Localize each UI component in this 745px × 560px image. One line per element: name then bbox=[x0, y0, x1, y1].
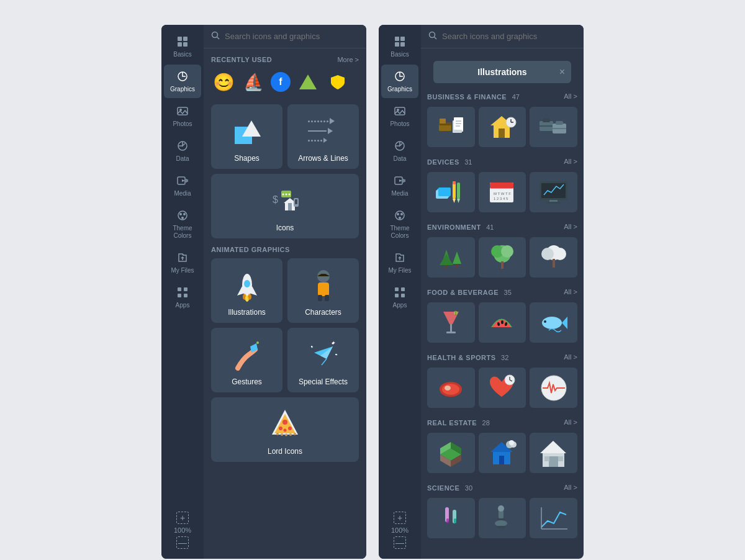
category-thumb-env-0[interactable] bbox=[427, 237, 475, 278]
category-thumb-sci-1[interactable] bbox=[479, 498, 526, 538]
sidebar-item-photos[interactable]: Photos bbox=[164, 99, 201, 133]
right-sidebar-item-photos[interactable]: Photos bbox=[381, 99, 418, 133]
sidebar-item-theme-colors[interactable]: Theme Colors bbox=[164, 204, 201, 245]
categories-scroll: BUSINESS & FINANCE 47 All > bbox=[421, 91, 584, 559]
category-thumb-food-2[interactable] bbox=[530, 302, 577, 343]
sidebar-item-media[interactable]: Media bbox=[164, 169, 201, 202]
category-thumb-bf-0[interactable] bbox=[427, 107, 475, 147]
svg-rect-124 bbox=[456, 264, 458, 268]
right-zoom-level: 100% bbox=[391, 526, 409, 534]
special-effects-icon: ✦ ✦ ✦ bbox=[305, 335, 342, 373]
category-all-re[interactable]: All > bbox=[564, 418, 577, 426]
svg-rect-78 bbox=[395, 294, 399, 297]
sidebar-item-data[interactable]: Data bbox=[164, 134, 201, 168]
category-header-health: HEALTH & SPORTS 32 All > bbox=[427, 351, 577, 363]
category-thumb-sci-2[interactable] bbox=[530, 498, 577, 538]
svg-rect-170 bbox=[454, 518, 456, 523]
category-thumb-sci-0[interactable] bbox=[427, 498, 475, 538]
svg-rect-165 bbox=[544, 456, 549, 461]
svg-text:✦: ✦ bbox=[335, 353, 338, 356]
recently-used-title: RECENTLY USED bbox=[211, 56, 272, 63]
zoom-minus-button[interactable]: — bbox=[176, 536, 189, 549]
category-health-sports: HEALTH & SPORTS 32 All > bbox=[421, 351, 584, 408]
recent-item-boat[interactable]: ⛵ bbox=[241, 70, 266, 94]
photos-icon-r bbox=[393, 104, 407, 118]
category-thumb-bf-2[interactable] bbox=[530, 107, 577, 147]
svg-rect-117 bbox=[541, 183, 566, 198]
sidebar-item-my-files[interactable]: My Files bbox=[164, 246, 201, 279]
illustrations-close-button[interactable]: × bbox=[559, 66, 565, 78]
category-thumb-health-1[interactable] bbox=[479, 368, 526, 408]
recent-item-triangle[interactable] bbox=[296, 70, 320, 94]
sidebar-label-graphics: Graphics bbox=[170, 86, 195, 93]
category-all-env[interactable]: All > bbox=[564, 223, 577, 230]
category-thumb-health-2[interactable] bbox=[530, 368, 577, 408]
right-sidebar-item-basics[interactable]: Basics bbox=[381, 30, 418, 63]
svg-point-58 bbox=[276, 433, 279, 435]
sidebar-label-media-r: Media bbox=[391, 190, 408, 197]
sidebar-item-graphics[interactable]: Graphics bbox=[164, 65, 201, 98]
category-thumb-food-0[interactable] bbox=[427, 302, 475, 343]
right-zoom-minus-button[interactable]: — bbox=[394, 536, 406, 549]
sidebar-label-my-files: My Files bbox=[171, 267, 194, 274]
characters-card[interactable]: Characters bbox=[287, 258, 359, 323]
category-all-health[interactable]: All > bbox=[564, 353, 577, 361]
category-thumb-dev-0[interactable] bbox=[427, 172, 475, 212]
category-thumb-re-0[interactable] bbox=[427, 433, 475, 473]
search-input[interactable] bbox=[225, 32, 359, 41]
right-sidebar-item-media[interactable]: Media bbox=[381, 169, 418, 202]
right-search-icon bbox=[428, 31, 437, 42]
category-business-finance: BUSINESS & FINANCE 47 All > bbox=[421, 91, 584, 147]
category-thumb-re-1[interactable] bbox=[479, 433, 526, 473]
right-sidebar-item-graphics[interactable]: Graphics bbox=[381, 65, 418, 98]
svg-rect-16 bbox=[184, 294, 187, 297]
gestures-card[interactable]: Gestures bbox=[211, 328, 282, 392]
svg-point-73 bbox=[397, 213, 399, 215]
illustrations-title: Illustrations bbox=[441, 67, 564, 77]
icons-card[interactable]: $ bbox=[211, 174, 359, 238]
svg-rect-109 bbox=[457, 183, 460, 199]
category-thumb-re-2[interactable] bbox=[530, 433, 577, 473]
arrows-lines-card[interactable]: Arrows & Lines bbox=[287, 104, 359, 169]
category-thumb-dev-1[interactable]: M T W T F 1 2 3 4 5 bbox=[479, 172, 526, 212]
zoom-plus-button[interactable]: + bbox=[176, 512, 189, 524]
right-zoom-plus-button[interactable]: + bbox=[394, 512, 406, 524]
category-thumb-dev-2[interactable] bbox=[530, 172, 577, 212]
recently-used-header: RECENTLY USED More > bbox=[211, 56, 359, 63]
category-thumb-env-2[interactable] bbox=[530, 237, 577, 278]
category-header-re: REAL ESTATE 28 All > bbox=[427, 417, 577, 428]
category-all-bf[interactable]: All > bbox=[564, 93, 577, 100]
category-all-sci[interactable]: All > bbox=[564, 484, 577, 491]
sidebar-item-basics[interactable]: Basics bbox=[164, 30, 201, 63]
sidebar-item-apps[interactable]: Apps bbox=[164, 281, 201, 314]
lord-icons-card[interactable]: Lord Icons bbox=[211, 397, 359, 462]
right-sidebar-item-my-files[interactable]: My Files bbox=[381, 246, 418, 279]
right-sidebar-item-theme-colors[interactable]: Theme Colors bbox=[381, 204, 418, 245]
category-all-dev[interactable]: All > bbox=[564, 158, 577, 165]
category-thumb-env-1[interactable] bbox=[479, 237, 526, 278]
recent-item-facebook[interactable]: f bbox=[271, 72, 291, 92]
recent-item-shield[interactable] bbox=[325, 70, 350, 94]
category-all-food[interactable]: All > bbox=[564, 288, 577, 296]
svg-point-59 bbox=[281, 433, 283, 436]
category-thumb-health-0[interactable] bbox=[427, 368, 475, 408]
recently-used-more[interactable]: More > bbox=[337, 56, 359, 63]
svg-point-61 bbox=[289, 433, 292, 436]
shapes-card[interactable]: Shapes bbox=[211, 104, 282, 169]
svg-rect-0 bbox=[178, 37, 182, 41]
right-sidebar-item-apps[interactable]: Apps bbox=[381, 281, 418, 314]
category-thumb-bf-1[interactable] bbox=[479, 107, 526, 147]
right-search-input[interactable] bbox=[442, 32, 576, 41]
recent-item-smiley[interactable]: 😊 bbox=[211, 70, 236, 94]
special-effects-card[interactable]: ✦ ✦ ✦ Special Effects bbox=[287, 328, 359, 392]
category-thumb-food-1[interactable] bbox=[479, 302, 526, 343]
illustrations-card[interactable]: Illustrations bbox=[211, 258, 282, 323]
svg-point-141 bbox=[542, 317, 562, 329]
svg-point-54 bbox=[282, 420, 287, 425]
svg-rect-40 bbox=[318, 295, 322, 301]
right-sidebar-item-data[interactable]: Data bbox=[381, 134, 418, 168]
apps-icon-r bbox=[393, 286, 407, 299]
category-count-env: 41 bbox=[486, 224, 494, 231]
svg-point-146 bbox=[445, 386, 451, 391]
sidebar-label-apps-r: Apps bbox=[393, 302, 407, 309]
